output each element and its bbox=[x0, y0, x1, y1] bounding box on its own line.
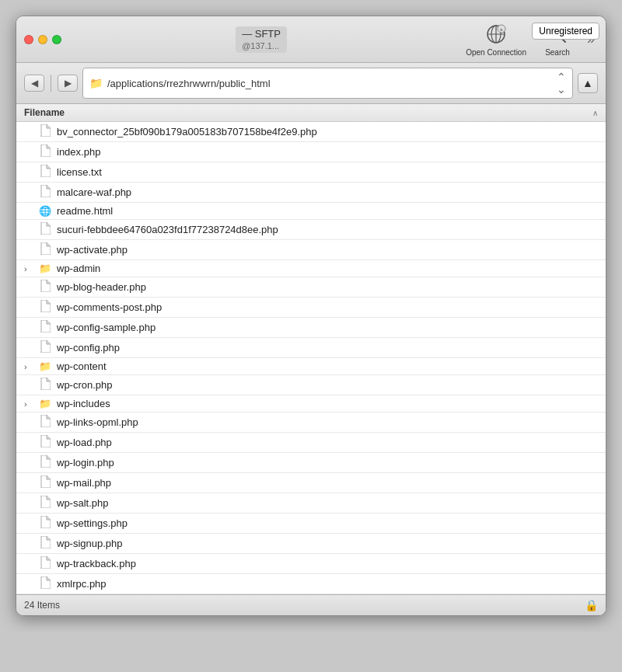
minimize-button[interactable] bbox=[38, 35, 47, 44]
expand-arrow[interactable]: › bbox=[24, 399, 33, 409]
file-name: wp-includes bbox=[57, 398, 110, 409]
path-folder-icon: 📁 bbox=[89, 77, 103, 89]
list-item[interactable]: wp-mail.php bbox=[16, 473, 606, 493]
list-item[interactable]: license.txt bbox=[16, 162, 606, 183]
list-item[interactable]: wp-comments-post.php bbox=[16, 298, 606, 318]
file-list-header: Filename ∧ bbox=[16, 104, 606, 122]
file-icon bbox=[38, 496, 52, 510]
list-item[interactable]: wp-cron.php bbox=[16, 375, 606, 395]
title-host: @137.1... bbox=[242, 41, 279, 50]
list-item[interactable]: wp-settings.php bbox=[16, 514, 606, 534]
title-sftp: — SFTP bbox=[242, 28, 281, 40]
main-window: — SFTP @137.1... + Open Connection bbox=[16, 16, 606, 616]
list-item[interactable]: malcare-waf.php bbox=[16, 183, 606, 203]
search-label: Search bbox=[545, 48, 570, 57]
list-item[interactable]: wp-links-opml.php bbox=[16, 413, 606, 433]
list-item[interactable]: sucuri-febbdee64760a023fd1f77238724d8ee.… bbox=[16, 220, 606, 240]
titlebar: — SFTP @137.1... + Open Connection bbox=[16, 16, 606, 63]
file-name: index.php bbox=[57, 146, 100, 158]
folder-icon: 📁 bbox=[38, 263, 52, 274]
list-item[interactable]: wp-salt.php bbox=[16, 493, 606, 514]
statusbar: 24 Items 🔒 bbox=[16, 594, 606, 615]
file-name: xmlrpc.php bbox=[57, 578, 107, 590]
list-item[interactable]: wp-blog-header.php bbox=[16, 277, 606, 298]
titlebar-center: — SFTP @137.1... bbox=[68, 26, 455, 53]
open-connection-icon: + bbox=[484, 22, 508, 47]
file-name: wp-blog-header.php bbox=[57, 281, 146, 293]
back-button[interactable]: ◀ bbox=[24, 75, 44, 92]
file-icon bbox=[38, 415, 52, 430]
file-name: wp-salt.php bbox=[57, 497, 108, 509]
close-button[interactable] bbox=[24, 35, 33, 44]
list-item[interactable]: wp-config-sample.php bbox=[16, 318, 606, 338]
file-icon: 🌐 bbox=[38, 205, 52, 217]
navbar: ◀ ▶ 📁 /applications/rrezhrwwrn/public_ht… bbox=[16, 63, 606, 104]
window-controls bbox=[24, 35, 61, 44]
file-name: readme.html bbox=[57, 205, 113, 217]
file-name: wp-trackback.php bbox=[57, 558, 136, 569]
expand-arrow[interactable]: › bbox=[24, 362, 33, 371]
list-item[interactable]: ›📁wp-admin bbox=[16, 260, 606, 277]
list-item[interactable]: index.php bbox=[16, 142, 606, 162]
file-name: wp-mail.php bbox=[57, 477, 111, 489]
file-list: bv_connector_25bf090b179a005183b707158be… bbox=[16, 122, 606, 594]
path-selector-icon: ⌃⌄ bbox=[557, 71, 566, 96]
upload-button[interactable]: ▲ bbox=[578, 73, 598, 93]
list-item[interactable]: bv_connector_25bf090b179a005183b707158be… bbox=[16, 122, 606, 142]
file-icon bbox=[38, 300, 52, 315]
list-item[interactable]: wp-trackback.php bbox=[16, 554, 606, 574]
window-title: — SFTP @137.1... bbox=[236, 26, 287, 53]
list-item[interactable]: 🌐readme.html bbox=[16, 203, 606, 220]
expand-arrow[interactable]: › bbox=[24, 264, 33, 273]
list-item[interactable]: wp-activate.php bbox=[16, 240, 606, 260]
file-name: wp-links-opml.php bbox=[57, 416, 138, 428]
file-name: wp-config.php bbox=[57, 342, 120, 353]
file-name: wp-comments-post.php bbox=[57, 301, 162, 313]
list-item[interactable]: ›📁wp-includes bbox=[16, 395, 606, 413]
folder-icon: 📁 bbox=[38, 360, 52, 372]
list-item[interactable]: wp-login.php bbox=[16, 453, 606, 473]
file-name: wp-login.php bbox=[57, 457, 114, 468]
file-name: bv_connector_25bf090b179a005183b707158be… bbox=[57, 126, 317, 138]
file-name: malcare-waf.php bbox=[57, 186, 131, 198]
sort-arrow[interactable]: ∧ bbox=[592, 109, 598, 117]
file-icon bbox=[38, 435, 52, 450]
file-name: wp-settings.php bbox=[57, 517, 128, 529]
forward-button[interactable]: ▶ bbox=[58, 75, 78, 92]
file-name: wp-admin bbox=[57, 263, 100, 274]
file-icon bbox=[38, 185, 52, 200]
file-name: wp-signup.php bbox=[57, 538, 123, 549]
file-name: wp-activate.php bbox=[57, 244, 128, 256]
items-count: 24 Items bbox=[24, 600, 60, 611]
path-bar[interactable]: 📁 /applications/rrezhrwwrn/public_html ⌃… bbox=[82, 68, 573, 99]
file-icon bbox=[38, 516, 52, 531]
folder-icon: 📁 bbox=[38, 398, 52, 409]
svg-text:+: + bbox=[500, 26, 504, 33]
list-item[interactable]: xmlrpc.php bbox=[16, 574, 606, 594]
file-icon bbox=[38, 340, 52, 355]
file-icon bbox=[38, 576, 52, 591]
file-icon bbox=[38, 536, 52, 551]
file-name: wp-config-sample.php bbox=[57, 322, 156, 333]
nav-divider bbox=[51, 75, 51, 92]
open-connection-button[interactable]: + Open Connection bbox=[461, 20, 531, 58]
file-icon bbox=[38, 455, 52, 470]
list-item[interactable]: wp-config.php bbox=[16, 338, 606, 358]
maximize-button[interactable] bbox=[52, 35, 61, 44]
lock-icon: 🔒 bbox=[585, 599, 598, 611]
file-icon bbox=[38, 280, 52, 294]
list-item[interactable]: ›📁wp-content bbox=[16, 358, 606, 375]
list-item[interactable]: wp-signup.php bbox=[16, 534, 606, 554]
unregistered-button[interactable]: Unregistered bbox=[532, 23, 599, 40]
file-icon bbox=[38, 222, 52, 237]
path-text: /applications/rrezhrwwrn/public_html bbox=[107, 78, 552, 89]
list-item[interactable]: wp-load.php bbox=[16, 433, 606, 453]
file-name: sucuri-febbdee64760a023fd1f77238724d8ee.… bbox=[57, 224, 278, 235]
file-icon bbox=[38, 556, 52, 571]
file-icon bbox=[38, 144, 52, 159]
file-name: wp-load.php bbox=[57, 437, 112, 448]
file-name: license.txt bbox=[57, 166, 102, 178]
file-icon bbox=[38, 165, 52, 179]
file-name: wp-cron.php bbox=[57, 379, 113, 391]
file-icon bbox=[38, 320, 52, 335]
